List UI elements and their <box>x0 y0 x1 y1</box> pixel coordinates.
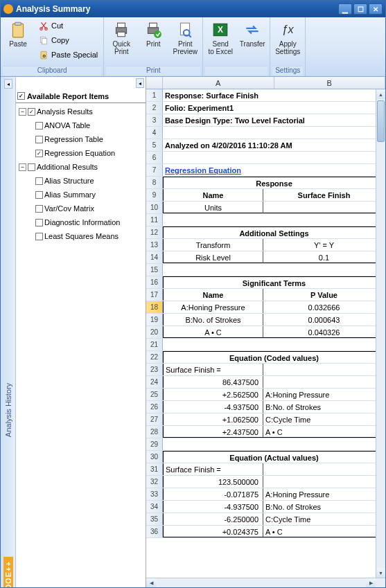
cell[interactable]: 0.1 <box>263 251 385 262</box>
row-header[interactable]: 33 <box>146 488 163 500</box>
checkbox[interactable] <box>35 205 43 213</box>
cell[interactable]: Response <box>164 177 385 188</box>
cell[interactable]: 0.000643 <box>263 314 385 326</box>
cell[interactable]: A • C <box>164 326 263 337</box>
tree-item[interactable]: Var/Cov Matrix <box>16 202 146 215</box>
checkbox[interactable] <box>35 233 43 240</box>
cell[interactable] <box>263 476 385 488</box>
expand-icon[interactable]: − <box>19 163 26 171</box>
cell[interactable] <box>163 214 385 226</box>
cell[interactable]: Equation (Actual values) <box>164 452 385 463</box>
tree-item[interactable]: ✓Regression Equation <box>16 146 146 160</box>
cell[interactable]: A:Honing Pressure <box>263 389 385 400</box>
scroll-left-button[interactable]: ◀ <box>146 578 156 587</box>
checkbox[interactable] <box>35 191 43 199</box>
cell[interactable]: A • C <box>263 526 385 537</box>
row-header[interactable]: 6 <box>146 152 163 163</box>
checkbox[interactable]: ✓ <box>28 108 35 116</box>
copy-button[interactable]: Copy <box>35 33 101 47</box>
cell[interactable]: B:No. of Strokes <box>164 314 263 326</box>
checkbox[interactable]: ✓ <box>35 150 43 157</box>
tree-item[interactable]: ANOVA Table <box>16 118 146 132</box>
cell[interactable] <box>163 339 385 350</box>
row-header[interactable]: 2 <box>146 102 163 114</box>
close-button[interactable]: ✕ <box>369 3 383 15</box>
cell[interactable]: -0.071875 <box>164 488 263 500</box>
cell[interactable]: Surface Finish = <box>164 463 263 475</box>
checkbox[interactable] <box>35 136 43 143</box>
cell[interactable]: Regression Equation <box>163 164 385 176</box>
cell[interactable] <box>263 202 385 213</box>
cell[interactable]: A:Honing Pressure <box>164 301 263 313</box>
col-header-B[interactable]: B <box>274 77 386 89</box>
cell[interactable]: Analyzed on 4/20/2016 11:10:28 AM <box>163 139 385 151</box>
scroll-down-button[interactable]: ▼ <box>376 568 385 578</box>
cell[interactable]: P Value <box>263 289 385 301</box>
cell[interactable]: -4.937500 <box>164 501 263 513</box>
row-header[interactable]: 14 <box>146 251 163 263</box>
cell[interactable]: Additional Settings <box>164 227 385 238</box>
cell[interactable]: 86.437500 <box>164 376 263 388</box>
horizontal-scrollbar[interactable]: ◀ ▶ <box>146 578 385 587</box>
row-header[interactable]: 15 <box>146 264 163 276</box>
paste-special-button[interactable]: ⚙Paste Special <box>35 47 101 62</box>
row-header[interactable]: 25 <box>146 389 163 400</box>
transfer-button[interactable]: Transfer <box>237 18 267 50</box>
row-header[interactable]: 18 <box>146 301 163 313</box>
row-header[interactable]: 36 <box>146 526 163 537</box>
cell[interactable]: Transform <box>164 239 263 251</box>
row-header[interactable]: 7 <box>146 164 163 176</box>
row-header[interactable]: 32 <box>146 476 163 488</box>
cell[interactable]: Risk Level <box>164 251 263 262</box>
tree-item[interactable]: Least Squares Means <box>16 229 146 243</box>
print-button[interactable]: Print <box>138 18 168 50</box>
cell[interactable]: C:Cycle Time <box>263 513 385 525</box>
row-header[interactable]: 5 <box>146 139 163 151</box>
cell[interactable]: A • C <box>263 426 385 437</box>
checkbox[interactable] <box>28 163 35 171</box>
row-header[interactable]: 3 <box>146 114 163 126</box>
cell[interactable]: Base Design Type: Two Level Factorial <box>163 114 385 126</box>
expand-icon[interactable]: − <box>19 108 26 116</box>
quick-print-button[interactable]: QuickPrint <box>106 18 137 57</box>
row-header[interactable]: 22 <box>146 351 163 363</box>
checkbox[interactable] <box>35 177 43 185</box>
send-to-excel-button[interactable]: XSendto Excel <box>205 18 236 57</box>
scroll-up-button[interactable]: ▲ <box>376 89 385 99</box>
row-header[interactable]: 13 <box>146 239 163 251</box>
cell[interactable]: Y' = Y <box>263 239 385 251</box>
row-header[interactable]: 20 <box>146 326 163 338</box>
minimize-button[interactable]: ▁ <box>338 3 352 15</box>
vertical-scrollbar[interactable]: ▲ ▼ <box>376 89 385 578</box>
cell[interactable] <box>263 364 385 375</box>
row-header[interactable]: 4 <box>146 127 163 139</box>
row-header[interactable]: 19 <box>146 314 163 326</box>
row-header[interactable]: 9 <box>146 189 163 201</box>
cell[interactable] <box>163 152 385 163</box>
collapse-tree-button[interactable]: ◂ <box>136 78 144 88</box>
analysis-history-tab[interactable]: Analysis History <box>4 383 12 437</box>
row-header[interactable]: 28 <box>146 426 163 438</box>
row-header[interactable]: 31 <box>146 463 163 475</box>
row-header[interactable]: 35 <box>146 513 163 525</box>
row-header[interactable]: 26 <box>146 401 163 413</box>
scroll-thumb[interactable] <box>377 100 385 142</box>
row-header[interactable]: 27 <box>146 413 163 425</box>
row-header[interactable]: 24 <box>146 376 163 388</box>
row-header[interactable]: 1 <box>146 89 163 101</box>
cell[interactable]: A:Honing Pressure <box>263 488 385 500</box>
cell[interactable]: Name <box>164 289 263 301</box>
row-header[interactable]: 30 <box>146 451 163 463</box>
cell[interactable]: -4.937500 <box>164 401 263 413</box>
cell[interactable]: C:Cycle Time <box>263 413 385 425</box>
row-header[interactable]: 17 <box>146 289 163 301</box>
cell[interactable] <box>263 463 385 475</box>
checkbox[interactable] <box>35 122 43 130</box>
row-header[interactable]: 10 <box>146 202 163 213</box>
cell[interactable]: Folio: Experiment1 <box>163 102 385 114</box>
row-header[interactable]: 16 <box>146 276 163 288</box>
row-header[interactable]: 21 <box>146 339 163 350</box>
cell[interactable]: Significant Terms <box>164 277 385 288</box>
tree-header-checkbox[interactable]: ✓ <box>17 92 25 100</box>
tree-group[interactable]: −✓Analysis Results <box>16 105 146 118</box>
